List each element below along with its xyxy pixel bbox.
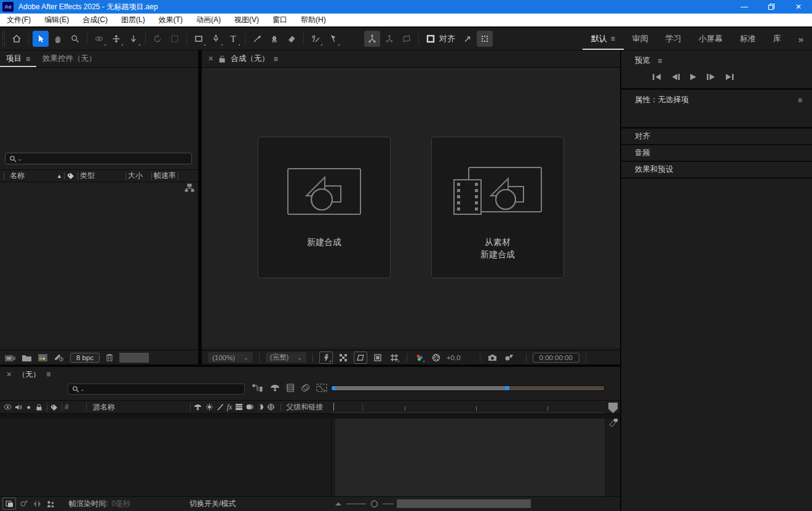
comp-panel-menu-icon[interactable]: ≡ [274,55,278,63]
work-area-region[interactable] [335,386,505,390]
footer-drag-area[interactable] [119,353,149,363]
menu-effect[interactable]: 效果(T) [152,14,189,26]
search-chevron-icon[interactable]: ⌄ [17,156,22,162]
zoom-tool[interactable] [67,31,83,47]
audio-panel-header[interactable]: 音频 [621,145,812,162]
frame-blending-button[interactable] [285,383,295,393]
quality-icon[interactable] [217,403,225,411]
fast-preview-button[interactable] [319,352,333,364]
tab-project[interactable]: 项目 ≡ [0,50,36,67]
timeline-comp-area[interactable] [335,419,605,496]
column-framerate[interactable]: 帧速率 [154,171,176,181]
next-frame-button[interactable] [706,73,716,81]
new-composition-card[interactable]: 新建合成 [258,137,391,278]
delete-icon[interactable] [105,353,114,362]
magnification-dropdown[interactable]: (100%) ⌄ [208,352,253,363]
motion-blur-button[interactable] [300,383,311,393]
mask-visibility-button[interactable] [354,352,367,364]
pen-tool[interactable] [208,31,224,47]
shy-header-icon[interactable] [193,403,202,411]
minimize-button[interactable]: — [731,0,758,14]
menu-file[interactable]: 文件(F) [0,14,38,26]
workspace-menu-icon[interactable]: ≡ [611,34,615,43]
type-tool[interactable]: T [225,31,241,47]
snapshot-button[interactable] [487,352,499,363]
collapse-transformations-icon[interactable] [205,403,214,411]
menu-composition[interactable]: 合成(C) [76,14,114,26]
timecode-display[interactable]: 0:00:00:00 [533,353,579,363]
exposure-reset-button[interactable] [430,352,442,363]
play-button[interactable] [689,73,698,81]
work-area-end-handle[interactable] [505,386,509,390]
resolution-dropdown[interactable]: (完整) ⌄ [266,352,306,363]
sort-ascending-icon[interactable]: ▲ [57,173,62,179]
workspace-small-screen[interactable]: 小屏幕 [690,28,731,50]
transparency-grid-button[interactable] [337,352,349,363]
axis-local-button[interactable] [364,31,380,47]
exposure-value[interactable]: +0.0 [447,354,461,361]
timeline-tab-label[interactable]: （无） [18,369,40,380]
lock-icon[interactable] [218,55,226,63]
workspace-overflow-button[interactable]: » [790,28,812,50]
source-name-column-header[interactable]: 源名称 [89,402,115,412]
video-column-icon[interactable] [2,404,13,410]
first-frame-button[interactable] [652,73,662,81]
menu-view[interactable]: 视图(V) [228,14,266,26]
hand-tool[interactable] [50,31,66,47]
timeline-horizontal-scrollbar[interactable] [397,499,531,508]
column-name[interactable]: 名称 [6,171,25,181]
menu-help[interactable]: 帮助(H) [294,14,333,26]
workspace-learn[interactable]: 学习 [657,28,690,50]
effects-fx-icon[interactable]: fx [227,403,233,412]
expand-inout-panes-button[interactable] [33,500,41,508]
eraser-tool[interactable] [284,31,300,47]
interpret-footage-icon[interactable] [5,353,16,362]
align-panel-header[interactable]: 对齐 [621,129,812,145]
workspace-default[interactable]: 默认 ≡ [583,28,624,50]
bit-depth-button[interactable]: 8 bpc [70,353,100,363]
new-folder-icon[interactable] [22,353,32,362]
region-of-interest-button[interactable] [372,352,384,363]
toolbar-grip[interactable] [2,31,6,47]
properties-menu-icon[interactable]: ≡ [798,96,802,105]
show-snapshot-button[interactable] [503,352,515,363]
preview-menu-icon[interactable]: ≡ [658,57,662,65]
menu-layer[interactable]: 图层(L) [114,14,152,26]
timeline-tab-close-icon[interactable]: ✕ [6,371,12,379]
motion-blur-header-icon[interactable] [245,403,255,411]
work-area-bar[interactable] [331,385,605,391]
tab-composition[interactable]: 合成（无） ≡ [226,50,284,67]
selection-tool[interactable] [33,31,49,47]
timeline-search-input[interactable]: ⌄ [68,384,245,395]
tab-effect-controls[interactable]: 效果控件（无） [36,50,103,67]
project-panel-menu-icon[interactable]: ≡ [26,55,30,63]
adjustment-layer-header-icon[interactable] [256,403,265,411]
camera-region-tool[interactable] [167,31,183,47]
3d-layer-header-icon[interactable] [266,403,276,411]
marquee-options-button[interactable] [477,31,493,47]
column-size[interactable]: 大小 [128,171,143,181]
rotate-tool[interactable] [149,31,165,47]
puppet-pin-tool[interactable] [325,31,341,47]
frame-blend-header-icon[interactable] [234,403,244,411]
workspace-libraries[interactable]: 库 [765,28,790,50]
timeline-layer-area[interactable] [0,414,620,496]
workspace-review[interactable]: 审阅 [624,28,657,50]
menu-window[interactable]: 窗口 [266,14,294,26]
orbit-camera-tool[interactable] [91,31,107,47]
roto-brush-tool[interactable] [308,31,324,47]
project-search-input[interactable]: ⌄ [5,153,192,164]
work-area-outside[interactable] [509,386,604,390]
effects-presets-panel-header[interactable]: 效果和预设 [621,162,812,179]
graph-editor-button[interactable] [316,383,327,393]
axis-view-button[interactable] [399,31,415,47]
timeline-menu-icon[interactable]: ≡ [46,370,50,379]
new-composition-icon[interactable] [38,353,48,362]
zoom-slider-knob[interactable] [371,501,378,507]
snap-arrow-button[interactable] [460,31,476,47]
zoom-out-icon[interactable] [335,502,341,505]
audio-column-icon[interactable] [13,404,23,411]
time-ruler[interactable] [331,401,605,413]
expand-transfer-controls-button[interactable] [20,500,28,508]
solo-column-icon[interactable]: ● [23,403,34,411]
